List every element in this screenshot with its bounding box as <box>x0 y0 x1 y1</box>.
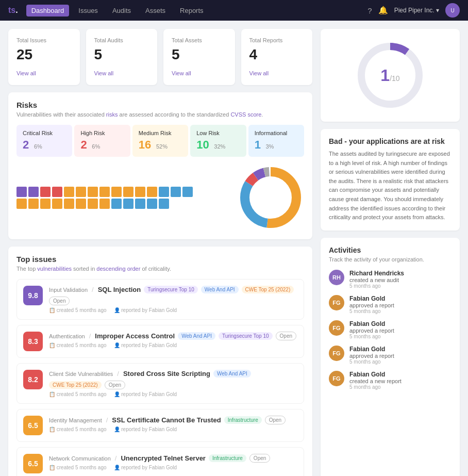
activity-item-3: FG Fabian Gold approved a report 5 month… <box>329 320 452 339</box>
score-card: 1/10 <box>321 29 460 122</box>
issues-card: Top issues The top vulnerabilities sorte… <box>8 247 312 476</box>
activity-action-4: approved a report <box>349 353 394 359</box>
activity-time-5: 5 months ago <box>349 384 402 390</box>
cb-blue-2 <box>171 187 181 197</box>
stat-total-reports: Total Reports 4 View all <box>241 29 313 85</box>
low-count: 10 <box>196 138 209 152</box>
high-pct: 6% <box>92 143 100 150</box>
cb-orange-2 <box>76 187 86 197</box>
nav-audits[interactable]: Audits <box>107 5 136 17</box>
activity-item-1: RH Richard Hendricks created a new audit… <box>329 270 452 289</box>
left-column: Total Issues 25 View all Total Audits 5 … <box>8 29 312 476</box>
help-icon[interactable]: ? <box>367 6 372 15</box>
logo: ts. <box>8 6 18 15</box>
activity-avatar-5: FG <box>329 371 344 386</box>
cb-blue-r2-1 <box>111 199 122 209</box>
issue-item-1[interactable]: 9.8 Input Validation / SQL Injection Tur… <box>16 279 304 320</box>
descending-link[interactable]: descending order <box>96 266 140 272</box>
issue-reporter-3: 👤 reported by Fabian Gold <box>114 391 177 397</box>
issue-name-2: Improper Access Control <box>95 332 175 340</box>
cb-orange-r2-2 <box>28 199 39 209</box>
right-column: 1/10 Bad - your applications are at risk… <box>321 29 460 476</box>
issue-meta-5: 📋 created 5 months ago 👤 reported by Fab… <box>49 465 297 470</box>
high-label: High Risk <box>80 130 124 136</box>
cb-red-2 <box>52 187 62 197</box>
issue-item-4[interactable]: 6.5 Identity Management / SSL Certificat… <box>16 409 304 442</box>
issue-tag-open-4: Open <box>265 416 286 424</box>
activity-time-1: 5 months ago <box>349 283 404 289</box>
activity-item-4: FG Fabian Gold approved a report 5 month… <box>329 346 452 365</box>
nav-assets[interactable]: Assets <box>140 5 171 17</box>
navbar: ts. Dashboard Issues Audits Assets Repor… <box>0 0 468 21</box>
activity-name-1: Richard Hendricks <box>349 270 404 277</box>
cb-orange-r2-8 <box>99 199 110 209</box>
bell-icon[interactable]: 🔔 <box>378 6 388 15</box>
risk-status-title: Bad - your applications are at risk <box>329 137 452 145</box>
activity-avatar-1: RH <box>329 270 344 285</box>
risk-levels: Critical Risk 2 6% High Risk 2 6% Medium… <box>16 125 304 157</box>
issue-content-4: Identity Management / SSL Certificate Ca… <box>49 416 297 432</box>
colorbar-row-1 <box>16 187 230 197</box>
stat-total-audits: Total Audits 5 View all <box>86 29 158 85</box>
issue-tag-top10-1: Turingsecure Top 10 <box>144 286 198 293</box>
issue-name-4: SSL Certificate Cannot Be Trusted <box>112 416 221 424</box>
stat-reports-link[interactable]: View all <box>249 70 269 76</box>
cb-orange-r2-5 <box>64 199 74 209</box>
stat-issues-link[interactable]: View all <box>16 70 36 76</box>
risk-critical: Critical Risk 2 6% <box>16 125 72 157</box>
cb-orange-6 <box>123 187 133 197</box>
risks-bottom <box>16 164 304 231</box>
issue-tag-top10-2: Turingsecure Top 10 <box>219 332 273 340</box>
risk-colorbar <box>16 187 230 209</box>
issue-score-2: 8.3 <box>23 332 43 351</box>
issue-item-5[interactable]: 6.5 Network Communication / Unencrypted … <box>16 447 304 476</box>
cb-blue-3 <box>182 187 193 197</box>
cb-orange-8 <box>147 187 157 197</box>
issue-created-2: 📋 created 5 months ago <box>49 342 107 348</box>
cb-orange-1 <box>64 187 74 197</box>
nav-reports[interactable]: Reports <box>175 5 209 17</box>
issue-category-5: Network Communication <box>49 455 111 462</box>
activities-card: Activities Track the activity of your or… <box>321 238 460 476</box>
risks-link[interactable]: risks <box>106 111 118 118</box>
issue-item-3[interactable]: 8.2 Client Side Vulnerabilities / Stored… <box>16 363 304 404</box>
risk-medium: Medium Risk 16 52% <box>132 125 188 157</box>
score-denom: /10 <box>390 74 399 83</box>
nav-issues[interactable]: Issues <box>73 5 103 17</box>
nav-dashboard[interactable]: Dashboard <box>26 5 70 17</box>
stat-reports-label: Total Reports <box>249 37 305 43</box>
issue-category-3: Client Side Vulnerabilities <box>49 371 113 377</box>
cb-orange-r2-3 <box>40 199 51 209</box>
issue-tag-cwe-3: CWE Top 25 (2022) <box>49 381 102 389</box>
activity-action-3: approved a report <box>349 327 394 334</box>
activity-time-3: 5 months ago <box>349 334 394 339</box>
low-pct: 32% <box>214 143 225 150</box>
stat-audits-link[interactable]: View all <box>94 70 114 76</box>
issue-score-1: 9.8 <box>23 286 43 305</box>
issue-title-row-2: Authentication / Improper Access Control… <box>49 332 297 340</box>
cb-orange-5 <box>111 187 122 197</box>
issue-created-5: 📋 created 5 months ago <box>49 465 107 470</box>
cvss-link[interactable]: CVSS score <box>230 111 261 118</box>
risks-card: Risks Vulnerabilities with their associa… <box>8 92 312 239</box>
activities-title: Activities <box>329 246 452 254</box>
issue-tag-cwe-1: CWE Top 25 (2022) <box>242 286 294 293</box>
issue-created-3: 📋 created 5 months ago <box>49 391 107 397</box>
user-avatar[interactable]: U <box>445 3 460 18</box>
issue-tag-infra-4: Infrastructure <box>224 416 262 424</box>
risks-title: Risks <box>16 101 304 109</box>
stat-assets-link[interactable]: View all <box>172 70 191 76</box>
cb-orange-3 <box>88 187 98 197</box>
cb-blue-r2-3 <box>135 199 145 209</box>
issue-name-3: Stored Cross Site Scripting <box>123 370 210 377</box>
cb-orange-4 <box>99 187 110 197</box>
cb-purple-2 <box>28 187 39 197</box>
info-pct: 3% <box>266 143 274 150</box>
risk-info: Informational 1 3% <box>248 125 304 157</box>
issue-item-2[interactable]: 8.3 Authentication / Improper Access Con… <box>16 325 304 358</box>
org-name[interactable]: Pied Piper Inc. ▾ <box>394 7 439 14</box>
vulnerabilities-link[interactable]: vulnerabilities <box>37 266 72 272</box>
cb-orange-r2-6 <box>76 199 86 209</box>
issue-tag-api-3: Web And API <box>213 370 251 377</box>
cb-blue-r2-5 <box>159 199 169 209</box>
